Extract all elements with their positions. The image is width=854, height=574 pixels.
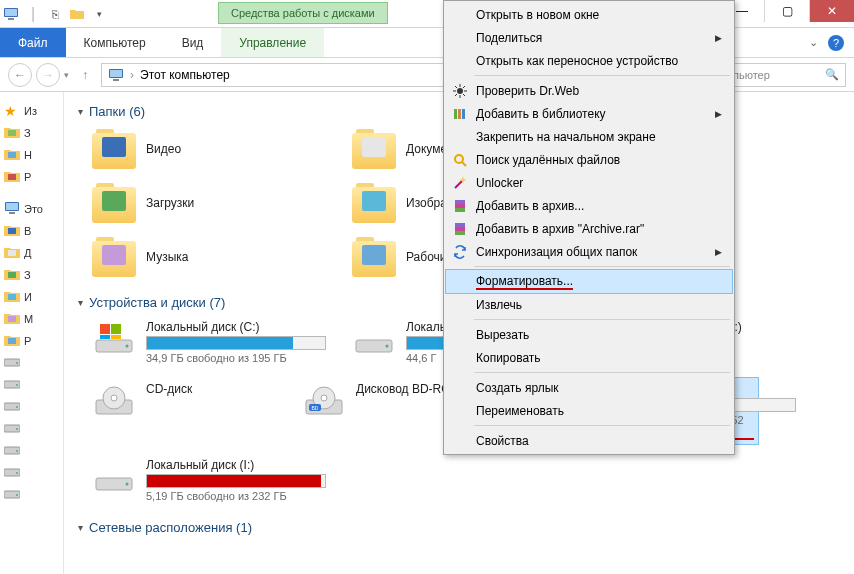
menu-item[interactable]: Синхронизация общих папок ▶ [446, 240, 732, 263]
maximize-button[interactable]: ▢ [764, 0, 809, 22]
menu-item[interactable]: Создать ярлык [446, 376, 732, 399]
drive-icon [4, 355, 20, 371]
up-button[interactable]: ↑ [73, 63, 97, 87]
drive-item[interactable]: CD-диск [88, 378, 288, 444]
folder-icon [4, 267, 20, 283]
tab-file[interactable]: Файл [0, 28, 66, 57]
computer-icon [4, 201, 20, 217]
search-icon: 🔍 [825, 68, 839, 81]
qat-sep-icon: | [24, 5, 42, 23]
forward-button[interactable]: → [36, 63, 60, 87]
menu-item[interactable]: Копировать [446, 346, 732, 369]
drive-item[interactable]: Локальный диск (C:) 34,9 ГБ свободно из … [88, 316, 338, 368]
navigation-tree[interactable]: ★Из ЗНР Это ВДЗИМР [0, 92, 64, 574]
menu-item[interactable]: Извлечь [446, 293, 732, 316]
breadcrumb-location[interactable]: Этот компьютер [140, 68, 230, 82]
qat-chevron-icon[interactable]: ▾ [90, 5, 108, 23]
svg-rect-12 [8, 228, 16, 234]
svg-rect-37 [111, 335, 121, 339]
menu-item[interactable]: Свойства [446, 429, 732, 452]
rar-icon [452, 198, 468, 214]
menu-item[interactable]: Открыть в новом окне [446, 3, 732, 26]
folder-item[interactable]: Видео [88, 125, 338, 173]
menu-item-label: Добавить в библиотеку [476, 107, 606, 121]
computer-icon [108, 68, 124, 82]
tab-manage[interactable]: Управление [221, 28, 324, 57]
menu-item[interactable]: Поделиться ▶ [446, 26, 732, 49]
submenu-arrow-icon: ▶ [715, 33, 722, 43]
menu-item[interactable]: Проверить Dr.Web [446, 79, 732, 102]
window-controls: — ▢ ✕ [719, 0, 854, 27]
tree-item[interactable] [2, 484, 61, 506]
tree-item[interactable]: В [2, 220, 61, 242]
folder-label: Видео [146, 142, 181, 156]
folder-icon [4, 223, 20, 239]
tab-view[interactable]: Вид [164, 28, 222, 57]
tree-item[interactable] [2, 462, 61, 484]
svg-point-19 [16, 362, 18, 364]
menu-item[interactable]: Добавить в архив... [446, 194, 732, 217]
tree-item[interactable] [2, 352, 61, 374]
menu-item[interactable]: Unlocker [446, 171, 732, 194]
folder-item[interactable]: Загрузки [88, 179, 338, 227]
tree-favorites[interactable]: ★Из [2, 100, 61, 122]
search-input[interactable]: пьютер 🔍 [726, 63, 846, 87]
menu-item[interactable]: Поиск удалённых файлов [446, 148, 732, 171]
menu-item[interactable]: Форматировать... [446, 270, 732, 293]
menu-item-label: Открыть как переносное устройство [476, 54, 678, 68]
help-icon[interactable]: ? [828, 35, 844, 51]
menu-item-label: Добавить в архив "Archive.rar" [476, 222, 644, 236]
drive-item[interactable]: Локальный диск (I:) 5,19 ГБ свободно из … [88, 454, 338, 506]
back-button[interactable]: ← [8, 63, 32, 87]
tree-this-pc[interactable]: Это [2, 198, 61, 220]
history-chevron-icon[interactable]: ▾ [64, 70, 69, 80]
svg-rect-17 [8, 338, 16, 344]
tab-computer[interactable]: Компьютер [66, 28, 164, 57]
chevron-down-icon: ▾ [78, 106, 83, 117]
search-y-icon [452, 152, 468, 168]
folder-icon [352, 237, 396, 277]
disk-tools-contextual-tab[interactable]: Средства работы с дисками [218, 2, 388, 24]
menu-item[interactable]: Закрепить на начальном экране [446, 125, 732, 148]
svg-point-39 [386, 345, 389, 348]
chevron-down-icon: ▾ [78, 297, 83, 308]
close-button[interactable]: ✕ [809, 0, 854, 22]
menu-item[interactable]: Добавить в архив "Archive.rar" [446, 217, 732, 240]
tree-item[interactable] [2, 374, 61, 396]
menu-item[interactable]: Переименовать [446, 399, 732, 422]
folder-item[interactable]: Музыка [88, 233, 338, 281]
tree-item[interactable]: Д [2, 242, 61, 264]
drive-name: Локальный диск (I:) [146, 458, 334, 472]
drive-icon [4, 399, 20, 415]
tree-item[interactable]: З [2, 264, 61, 286]
section-network[interactable]: ▾ Сетевые расположения (1) [78, 514, 854, 541]
menu-separator [474, 372, 730, 373]
menu-item-label: Поиск удалённых файлов [476, 153, 620, 167]
folder-icon [352, 129, 396, 169]
tree-item[interactable]: М [2, 308, 61, 330]
menu-item[interactable]: Открыть как переносное устройство [446, 49, 732, 72]
menu-item[interactable]: Добавить в библиотеку ▶ [446, 102, 732, 125]
lib-icon [452, 106, 468, 122]
tree-item[interactable] [2, 418, 61, 440]
folder-icon [92, 237, 136, 277]
menu-item-label: Свойства [476, 434, 529, 448]
svg-rect-66 [455, 231, 465, 235]
drive-icon [4, 443, 20, 459]
ribbon-expand-icon[interactable]: ⌄ [809, 36, 818, 49]
menu-item[interactable]: Вырезать [446, 323, 732, 346]
new-folder-icon[interactable] [68, 5, 86, 23]
menu-item-label: Форматировать... [476, 273, 573, 290]
star-icon: ★ [4, 103, 20, 119]
properties-icon[interactable]: ⎘ [46, 5, 64, 23]
svg-rect-65 [455, 223, 465, 227]
tree-item[interactable] [2, 440, 61, 462]
tree-item[interactable]: Н [2, 144, 61, 166]
tree-item[interactable]: З [2, 122, 61, 144]
context-menu[interactable]: Открыть в новом окне Поделиться ▶ Открыт… [443, 0, 735, 455]
tree-item[interactable]: Р [2, 166, 61, 188]
tree-item[interactable]: Р [2, 330, 61, 352]
tree-item[interactable] [2, 396, 61, 418]
tree-item[interactable]: И [2, 286, 61, 308]
svg-rect-36 [100, 335, 110, 339]
